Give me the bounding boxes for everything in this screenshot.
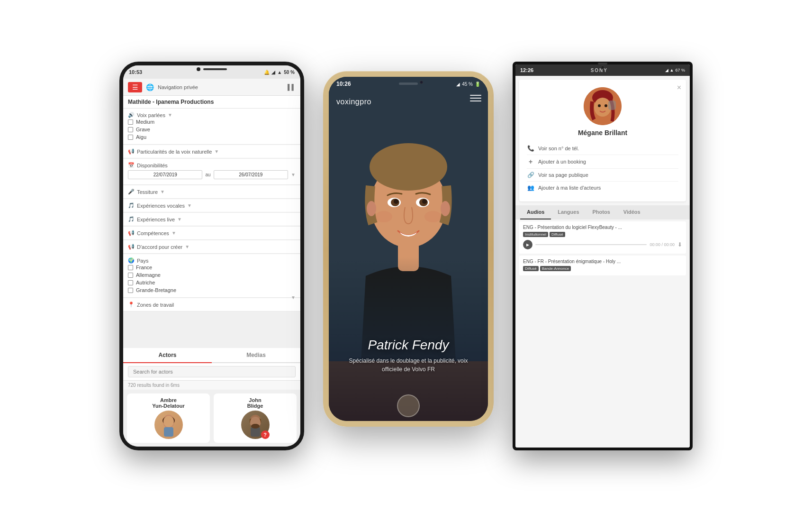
nav-mode-label: Navigation privée — [158, 84, 284, 90]
action-phone-label: Voir son n° de tél. — [538, 146, 579, 151]
tab-actors[interactable]: Actors — [123, 348, 212, 363]
media-tab-videos[interactable]: Vidéos — [617, 205, 647, 219]
filter-pays: 🌍 Pays France Allemagne Autriche — [123, 254, 300, 298]
tab-medias[interactable]: Medias — [212, 348, 300, 362]
filter-dispo-title: 📅 Disponibilités — [128, 162, 296, 168]
date-from[interactable]: 22/07/2019 — [128, 170, 202, 179]
android-nav-bar: ☰ 🌐 Navigation privée ▌▌ — [123, 79, 300, 96]
checkbox-france[interactable] — [128, 265, 133, 270]
media-tab-photos[interactable]: Photos — [586, 205, 617, 219]
svg-point-17 — [394, 199, 398, 204]
calendar-icon: 📅 — [128, 162, 135, 168]
label-medium: Medium — [136, 119, 154, 125]
time-display-1: 00:00 / 00:00 — [650, 242, 675, 247]
svg-point-28 — [604, 104, 607, 107]
filter-grande-bretagne[interactable]: Grande-Bretagne — [128, 286, 296, 294]
hamburger-icon: ☰ — [132, 83, 138, 91]
results-count: 720 results found in 6ms — [123, 381, 300, 390]
phones-container: 10:53 🔔 ◢ ▲ 50 % ☰ 🌐 Navigation privée ▌… — [0, 0, 812, 512]
micro-icon: 📢 — [128, 148, 135, 155]
action-public-label: Voir sa page publique — [538, 172, 588, 178]
notification-icon: 🔔 — [264, 70, 270, 75]
actor-name-john: JohnBlidge — [247, 397, 263, 409]
media-list[interactable]: ENG - Présentation du logiciel FlexyBeau… — [515, 219, 690, 448]
filter-pays-title: 🌍 Pays — [128, 257, 296, 264]
sony-brand: SONY — [591, 68, 608, 73]
filter-disponibilites: 📅 Disponibilités 22/07/2019 au 26/07/201… — [123, 159, 300, 185]
sony-status-icons: ◢ ▲ 67 % — [665, 68, 685, 73]
filter-item-aigu[interactable]: Aigu — [128, 133, 296, 141]
close-button[interactable]: × — [677, 83, 681, 92]
wifi-icon: ▲ — [277, 70, 282, 75]
profile-photo-svg — [584, 87, 622, 125]
filter-zones-title: 📍 Zones de travail — [128, 302, 296, 308]
action-phone[interactable]: 📞 Voir son n° de tél. — [527, 142, 678, 155]
actor-card-ambre[interactable]: AmbreYun-Delatour — [127, 393, 210, 443]
filter-france[interactable]: France — [128, 264, 296, 271]
action-booking-label: Ajouter à un booking — [538, 159, 586, 165]
actor-profile-card: × — [519, 80, 686, 201]
media-tags-1: Institutionnel Diffusé — [523, 232, 682, 237]
iphone-time: 10:26 — [336, 81, 351, 87]
actor-card-john[interactable]: JohnBlidge ? — [214, 393, 297, 443]
checkbox-autriche[interactable] — [128, 280, 133, 285]
media-tabs: Audios Langues Photos Vidéos — [515, 205, 690, 219]
chevron-accord: ▼ — [185, 244, 189, 249]
checkbox-allemagne[interactable] — [128, 273, 133, 278]
exp-icon: 🎵 — [128, 202, 135, 209]
nav-mode-icon: 🌐 — [146, 83, 154, 91]
accord-icon: 📢 — [128, 244, 135, 250]
search-input[interactable] — [128, 366, 296, 377]
filter-tessiture-title: 🎤 Tessiture ▼ — [128, 189, 296, 195]
nav-icons: ▌▌ — [288, 84, 296, 91]
svg-point-20 — [424, 211, 442, 222]
svg-point-22 — [441, 201, 450, 216]
filter-accord: 📢 D'accord pour créer ▼ — [123, 240, 300, 254]
progress-bar-1 — [535, 244, 647, 245]
filter-item-medium[interactable]: Medium — [128, 118, 296, 126]
phone-center: 10:26 ◢ 45 % 🔋 voxingpro — [323, 71, 494, 427]
action-booking[interactable]: + Ajouter à un booking — [527, 155, 678, 169]
media-item-2: ENG - FR - Présentation énigmatique - Ho… — [519, 256, 686, 275]
filter-item-grave[interactable]: Grave — [128, 126, 296, 133]
checkbox-aigu[interactable] — [128, 135, 133, 140]
sony-time: 12:26 — [520, 67, 533, 73]
profile-avatar — [584, 87, 622, 125]
play-button-1[interactable]: ▶ — [523, 240, 532, 249]
chevron-voix: ▼ — [168, 112, 172, 118]
group-icon: 👥 — [527, 184, 534, 191]
filter-content[interactable]: 🔊 Voix parlées ▼ Medium Grave Aigu — [123, 109, 300, 348]
label-aigu: Aigu — [136, 134, 146, 140]
mic-icon: 🎤 — [128, 189, 135, 195]
link-icon: 🔗 — [527, 172, 534, 178]
filter-allemagne[interactable]: Allemagne — [128, 271, 296, 279]
svg-rect-2 — [164, 427, 173, 437]
filter-particularites-title: 📢 Particularités de la voix naturelle ▼ — [128, 148, 296, 155]
media-tags-2: Diffusé Bande-Annonce — [523, 266, 682, 271]
action-public-page[interactable]: 🔗 Voir sa page publique — [527, 169, 678, 182]
filter-accord-title: 📢 D'accord pour créer ▼ — [128, 244, 296, 250]
checkbox-gb[interactable] — [128, 288, 133, 293]
iphone-menu[interactable] — [470, 95, 481, 101]
phone-icon: 📞 — [527, 145, 534, 152]
filter-autriche[interactable]: Autriche — [128, 279, 296, 286]
actor-photo-svg — [329, 77, 488, 361]
filter-competences-title: 📢 Compétences ▼ — [128, 230, 296, 236]
menu-button[interactable]: ☰ — [128, 82, 142, 92]
filter-exp-live: 🎵 Expériences live ▼ — [123, 213, 300, 226]
filter-exp-vocales: 🎵 Expériences vocales ▼ — [123, 199, 300, 212]
android-speaker — [203, 68, 227, 70]
actor-avatar-ambre — [154, 411, 183, 439]
date-to[interactable]: 26/07/2019 — [214, 170, 288, 179]
media-tab-langues[interactable]: Langues — [551, 205, 586, 219]
iphone-screen: 10:26 ◢ 45 % 🔋 voxingpro — [329, 77, 488, 421]
action-add-list[interactable]: 👥 Ajouter à ma liste d'acteurs — [527, 182, 678, 194]
svg-point-19 — [375, 211, 392, 222]
checkbox-medium[interactable] — [128, 119, 133, 125]
checkbox-grave[interactable] — [128, 127, 133, 132]
download-icon-1[interactable]: ⬇ — [677, 241, 682, 248]
android-status-icons: 🔔 ◢ ▲ 50 % — [264, 70, 295, 75]
iphone-battery: 45 % — [462, 82, 473, 87]
media-tab-audios[interactable]: Audios — [520, 205, 551, 219]
iphone-home-button[interactable] — [397, 394, 420, 417]
